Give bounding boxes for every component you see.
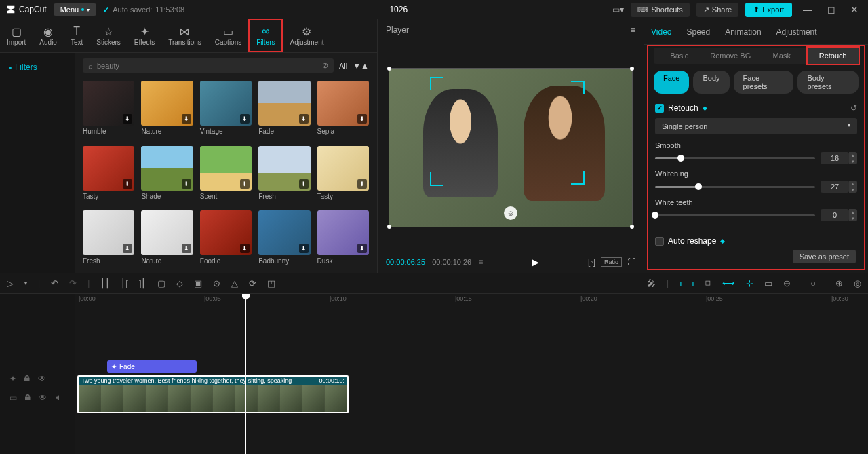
pill-face[interactable]: Face <box>654 71 689 94</box>
tab-speed[interactable]: Speed <box>685 24 711 39</box>
filter-thumbnail[interactable]: ⬇ <box>258 81 310 126</box>
snap-tool[interactable]: ⟷ <box>722 278 735 288</box>
clear-icon[interactable]: ⊘ <box>322 61 328 70</box>
zoom-slider[interactable]: —○— <box>802 278 825 288</box>
lock-icon[interactable]: 🔒︎ <box>23 374 31 383</box>
list-icon[interactable]: ≡ <box>478 257 483 267</box>
spinner[interactable]: ▴▾ <box>849 181 857 193</box>
filter-thumbnail[interactable]: ⬇ <box>258 210 310 255</box>
slider-track[interactable] <box>655 214 815 216</box>
slider-thumb[interactable] <box>652 212 658 219</box>
filter-thumbnail[interactable]: ⬇ <box>317 81 369 126</box>
pill-body[interactable]: Body <box>693 71 729 94</box>
download-icon[interactable]: ⬇ <box>182 179 191 189</box>
filter-nature[interactable]: ⬇Nature <box>141 81 193 140</box>
close-button[interactable]: ✕ <box>846 4 863 15</box>
filter-sort-icon[interactable]: ▼▲ <box>353 61 369 71</box>
redo-button[interactable]: ↷ <box>69 278 77 288</box>
spinner-up[interactable]: ▴ <box>849 181 857 187</box>
split-left-tool[interactable]: ⎮[ <box>121 278 128 288</box>
auto-reshape-toggle[interactable]: Auto reshape ◆ <box>655 236 857 246</box>
slider-track[interactable] <box>655 186 815 188</box>
menu-button[interactable]: Menu ▾ <box>54 3 97 16</box>
download-icon[interactable]: ⬇ <box>182 244 191 253</box>
tool-stickers[interactable]: ☆Stickers <box>90 19 127 52</box>
slider-thumb[interactable] <box>677 155 684 162</box>
video-preview[interactable]: ☺ <box>389 68 633 227</box>
download-icon[interactable]: ⬇ <box>123 179 132 189</box>
link-tool[interactable]: ⧉ <box>705 278 711 289</box>
slider-value[interactable]: 27 <box>821 181 849 193</box>
reset-icon[interactable]: ↺ <box>850 103 857 113</box>
visibility-icon[interactable]: 👁︎ <box>39 393 47 402</box>
checkbox-icon[interactable]: ✔ <box>655 104 664 113</box>
download-icon[interactable]: ⬇ <box>357 244 367 253</box>
split-right-tool[interactable]: ]⎮ <box>139 278 146 288</box>
visibility-icon[interactable]: 👁︎ <box>38 374 46 383</box>
subtab-remove-bg[interactable]: Remove BG <box>705 48 757 64</box>
delete-tool[interactable]: ▢ <box>157 278 165 288</box>
track-tool[interactable]: ▭ <box>764 278 772 288</box>
mic-icon[interactable]: 🎤︎ <box>647 278 656 288</box>
filter-thumbnail[interactable]: ⬇ <box>317 146 369 191</box>
filter-fade[interactable]: ⬇Fade <box>258 81 310 140</box>
tool-filters[interactable]: ∞Filters <box>248 19 283 52</box>
filter-scent[interactable]: ⬇Scent <box>200 146 252 206</box>
maximize-button[interactable]: ◻ <box>823 4 840 15</box>
handle-tr[interactable] <box>630 67 634 71</box>
download-icon[interactable]: ⬇ <box>240 244 250 253</box>
handle-tl[interactable] <box>387 67 391 71</box>
checkbox-icon[interactable] <box>655 237 664 246</box>
spinner-up[interactable]: ▴ <box>849 152 857 158</box>
slider-value[interactable]: 16 <box>821 152 849 164</box>
playhead[interactable] <box>245 294 246 454</box>
undo-button[interactable]: ↶ <box>51 278 58 288</box>
tool-dropdown[interactable]: ▾ <box>24 280 27 286</box>
filter-vintage[interactable]: ⬇Vintage <box>200 81 252 140</box>
reverse-tool[interactable]: ⊙ <box>213 278 220 288</box>
download-icon[interactable]: ⬇ <box>182 114 191 124</box>
download-icon[interactable]: ⬇ <box>123 244 132 253</box>
timeline-ruler[interactable]: |00:00|00:05|00:10|00:15|00:20|00:25|00:… <box>75 294 868 307</box>
download-icon[interactable]: ⬇ <box>357 179 367 189</box>
filter-thumbnail[interactable]: ⬇ <box>141 81 193 126</box>
slider-value[interactable]: 0 <box>821 209 849 221</box>
download-icon[interactable]: ⬇ <box>240 179 250 189</box>
tool-text[interactable]: TText <box>64 19 90 52</box>
effect-track-header[interactable]: ✦ 🔒︎ 👁︎ <box>0 368 75 389</box>
layout-icon[interactable]: ▭▾ <box>612 5 624 14</box>
lock-icon[interactable]: 🔒︎ <box>24 393 32 402</box>
magnet-tool[interactable]: ⊏⊐ <box>679 278 694 288</box>
spinner-down[interactable]: ▾ <box>849 187 857 193</box>
filter-tasty[interactable]: ⬇Tasty <box>317 146 369 206</box>
filter-thumbnail[interactable]: ⬇ <box>200 146 252 191</box>
zoom-out[interactable]: ⊖ <box>783 278 791 288</box>
search-input[interactable]: ⌕ beauty ⊘ <box>83 58 334 73</box>
tab-animation[interactable]: Animation <box>724 24 762 39</box>
face-scan-icon[interactable]: ☺ <box>504 206 517 220</box>
filter-thumbnail[interactable]: ⬇ <box>83 210 134 255</box>
ratio-button[interactable]: Ratio <box>601 257 622 267</box>
fit-tool[interactable]: ◎ <box>854 278 861 288</box>
spinner[interactable]: ▴▾ <box>849 152 857 164</box>
timeline-tracks[interactable]: |00:00|00:05|00:10|00:15|00:20|00:25|00:… <box>75 294 868 454</box>
filter-dusk[interactable]: ⬇Dusk <box>317 210 369 270</box>
filter-thumbnail[interactable]: ⬇ <box>317 210 369 255</box>
save-preset-button[interactable]: Save as preset <box>793 250 856 263</box>
zoom-in[interactable]: ⊕ <box>835 278 843 288</box>
pill-face-presets[interactable]: Face presets <box>734 71 794 94</box>
tab-adjustment[interactable]: Adjustment <box>775 24 818 39</box>
download-icon[interactable]: ⬇ <box>240 114 250 124</box>
all-filter[interactable]: All <box>339 62 347 70</box>
subtab-basic[interactable]: Basic <box>654 48 705 64</box>
compare-icon[interactable]: [◦] <box>588 257 595 267</box>
subtab-mask[interactable]: Mask <box>756 48 808 64</box>
crop2-tool[interactable]: ◰ <box>267 278 275 288</box>
slider-thumb[interactable] <box>695 183 702 190</box>
mirror-tool[interactable]: △ <box>231 278 238 288</box>
tool-transitions[interactable]: ⋈Transitions <box>161 19 208 52</box>
filter-humble[interactable]: ⬇Humble <box>83 81 134 140</box>
preview-axis-tool[interactable]: ⊹ <box>746 278 753 288</box>
freeze-tool[interactable]: ▣ <box>194 278 202 288</box>
spinner-down[interactable]: ▾ <box>849 158 857 164</box>
